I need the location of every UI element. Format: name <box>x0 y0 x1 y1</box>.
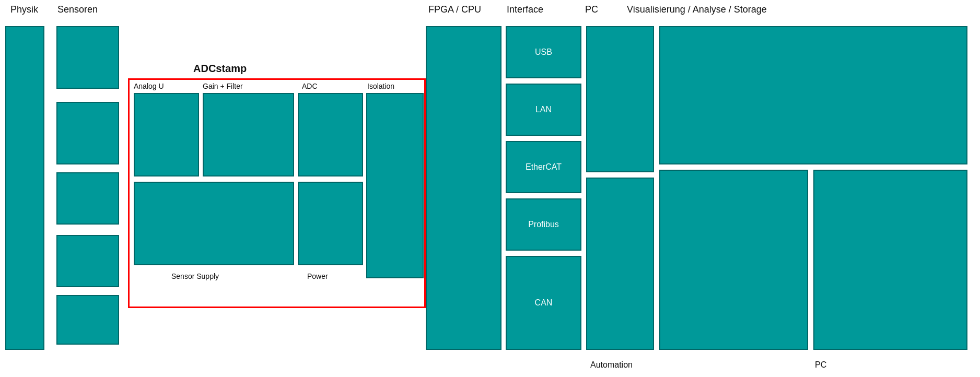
header-physik: Physik <box>10 4 38 15</box>
lan-label: LAN <box>535 105 552 114</box>
sensor-box-2 <box>56 102 119 164</box>
label-power: Power <box>307 272 328 280</box>
fpga-cpu-box <box>426 26 501 350</box>
diagram: Physik Sensoren FPGA / CPU Interface PC … <box>0 0 980 377</box>
pc-bottom-label: PC <box>815 360 826 370</box>
usb-label: USB <box>535 48 552 57</box>
gain-filter-box <box>203 93 294 176</box>
can-label: CAN <box>535 298 553 308</box>
vis-top-box <box>659 26 967 164</box>
adcstamp-container: Analog U Gain + Filter ADC Isolation Sen… <box>128 78 426 308</box>
header-fpga-cpu: FPGA / CPU <box>428 4 481 15</box>
label-sensor-supply: Sensor Supply <box>171 272 219 280</box>
automation-box <box>586 178 654 350</box>
sensor-box-3 <box>56 172 119 225</box>
sensor-supply-box <box>134 182 294 265</box>
sensor-box-4 <box>56 235 119 287</box>
vis-bottom-left-box <box>659 170 808 350</box>
sensor-box-1 <box>56 26 119 89</box>
adc-box-top <box>298 93 363 176</box>
ethercat-box: EtherCAT <box>506 141 581 193</box>
label-adc: ADC <box>302 82 318 90</box>
sensor-box-5 <box>56 295 119 345</box>
header-sensoren: Sensoren <box>57 4 98 15</box>
profibus-label: Profibus <box>528 220 559 229</box>
lan-box: LAN <box>506 84 581 136</box>
label-isolation: Isolation <box>367 82 394 90</box>
usb-box: USB <box>506 26 581 78</box>
pc-top-box <box>586 26 654 172</box>
ethercat-label: EtherCAT <box>526 162 562 172</box>
power-box <box>298 182 363 265</box>
profibus-box: Profibus <box>506 198 581 251</box>
automation-bottom-label: Automation <box>590 360 633 370</box>
header-interface: Interface <box>507 4 543 15</box>
isolation-box <box>366 93 424 278</box>
analog-u-box <box>134 93 199 176</box>
label-analog-u: Analog U <box>134 82 164 90</box>
header-vis: Visualisierung / Analyse / Storage <box>627 4 767 15</box>
adcstamp-title: ADCstamp <box>193 63 247 75</box>
header-pc: PC <box>585 4 598 15</box>
vis-bottom-right-box <box>813 170 967 350</box>
can-box: CAN <box>506 256 581 350</box>
physik-box <box>5 26 44 350</box>
label-gain-filter: Gain + Filter <box>203 82 243 90</box>
